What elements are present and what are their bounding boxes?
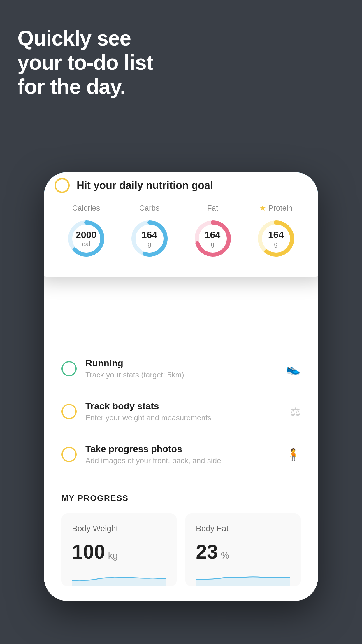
todo-item-body-stats[interactable]: Track body stats Enter your weight and m…: [61, 390, 301, 433]
hero-line3: for the day.: [17, 75, 126, 98]
todo-list: Running Track your stats (target: 5km) 👟…: [61, 347, 301, 476]
shoe-icon: 👟: [286, 362, 301, 376]
phone-mockup: 9:41 ∿ Dashboard 🔔 THINGS TO DO TODAY: [44, 172, 318, 601]
todo-check-body-stats[interactable]: [61, 404, 77, 419]
nutrition-circles: Calories 2000 cal Carbs: [55, 204, 307, 260]
nutrition-header: Hit your daily nutrition goal: [55, 178, 307, 193]
nutrition-item-calories: Calories 2000 cal: [64, 204, 108, 260]
donut-fat: 164 g: [191, 217, 235, 260]
person-icon: 🧍: [286, 448, 301, 461]
todo-subtitle-photos: Add images of your front, back, and side: [85, 456, 277, 465]
todo-title-photos: Take progress photos: [85, 444, 277, 454]
progress-card-weight-title: Body Weight: [72, 524, 166, 533]
todo-item-running[interactable]: Running Track your stats (target: 5km) 👟: [61, 347, 301, 390]
progress-cards: Body Weight 100 kg Body Fat: [61, 513, 301, 586]
fat-chart: [196, 569, 290, 586]
weight-chart: [72, 569, 166, 586]
nutrition-item-carbs: Carbs 164 g: [128, 204, 171, 260]
scale-icon: ⚖: [290, 405, 301, 418]
nutrition-label-protein: ★ Protein: [259, 204, 292, 213]
nutrition-header-text: Hit your daily nutrition goal: [77, 179, 213, 192]
nutrition-item-protein: ★ Protein 164 g: [254, 204, 298, 260]
progress-card-fat-title: Body Fat: [196, 524, 290, 533]
progress-section: MY PROGRESS Body Weight 100 kg: [61, 476, 301, 586]
progress-fat-value: 23 %: [196, 540, 290, 563]
hero-line1: Quickly see: [17, 27, 131, 50]
nutrition-label-calories: Calories: [72, 204, 100, 213]
progress-section-title: MY PROGRESS: [61, 494, 301, 503]
todo-subtitle-running: Track your stats (target: 5km): [85, 370, 277, 379]
progress-card-fat: Body Fat 23 %: [185, 513, 301, 586]
star-icon: ★: [259, 204, 266, 213]
nutrition-check-circle[interactable]: [55, 178, 70, 193]
nutrition-item-fat: Fat 164 g: [191, 204, 235, 260]
todo-title-running: Running: [85, 358, 277, 369]
nutrition-label-fat: Fat: [207, 204, 218, 213]
hero-heading: Quickly see your to-do list for the day.: [17, 26, 153, 99]
nutrition-card: Hit your daily nutrition goal Calories 2…: [44, 172, 318, 277]
todo-subtitle-body-stats: Enter your weight and measurements: [85, 413, 281, 422]
donut-carbs: 164 g: [128, 217, 171, 260]
donut-calories: 2000 cal: [64, 217, 108, 260]
progress-weight-value: 100 kg: [72, 540, 166, 563]
todo-check-photos[interactable]: [61, 447, 77, 462]
todo-title-body-stats: Track body stats: [85, 401, 281, 412]
todo-check-running[interactable]: [61, 361, 77, 376]
hero-line2: your to-do list: [17, 51, 153, 74]
donut-protein: 164 g: [254, 217, 298, 260]
progress-card-weight: Body Weight 100 kg: [61, 513, 177, 586]
nutrition-label-carbs: Carbs: [139, 204, 159, 213]
todo-item-photos[interactable]: Take progress photos Add images of your …: [61, 433, 301, 476]
